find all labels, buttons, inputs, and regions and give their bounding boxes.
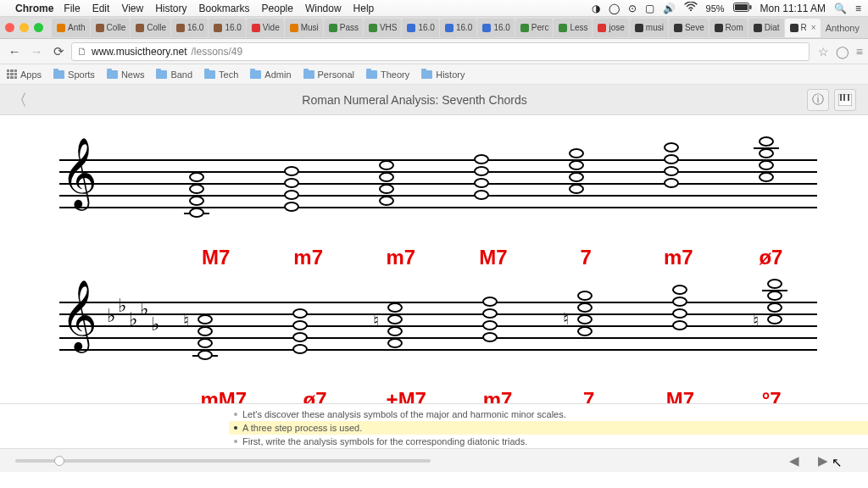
natural-icon: ♮ (563, 308, 569, 329)
tab[interactable]: 16.0 (440, 19, 476, 37)
extension-icon[interactable]: ◯ (836, 45, 849, 58)
transcript-line-active[interactable]: A three step process is used. (229, 421, 868, 435)
folder-icon (107, 70, 118, 79)
chord-labels-major: M7 m7 m7 M7 7 m7 ø7 (59, 246, 817, 269)
bookmark-folder[interactable]: Band (156, 69, 192, 80)
tab[interactable]: Musi (285, 19, 323, 37)
tab[interactable]: Pass (324, 19, 363, 37)
status-icon[interactable]: ◯ (609, 3, 620, 14)
tab[interactable]: Less (554, 19, 592, 37)
bookmark-folder[interactable]: History (421, 69, 465, 80)
app-name[interactable]: Chrome (15, 3, 53, 14)
tab[interactable]: Perc (515, 19, 554, 37)
lesson-header: 〈 Roman Numeral Analysis: Seventh Chords… (0, 85, 868, 115)
tab[interactable]: Seve (669, 19, 709, 37)
info-button[interactable]: ⓘ (807, 89, 829, 111)
flat-icon: ♭ (151, 313, 159, 336)
battery-icon[interactable] (733, 3, 752, 14)
tab[interactable]: Colle (91, 19, 131, 37)
tab[interactable]: 16.0 (171, 19, 208, 37)
chord-label: m7 (632, 246, 725, 269)
chord-label: 7 (540, 246, 632, 269)
svg-point-0 (690, 9, 692, 11)
menu-bookmarks[interactable]: Bookmarks (199, 3, 250, 14)
flat-icon: ♭ (140, 298, 148, 320)
progress-slider[interactable] (15, 459, 431, 463)
menu-window[interactable]: Window (305, 3, 342, 14)
tab-active[interactable]: R× (785, 19, 821, 37)
chord-label: M7 (447, 246, 539, 269)
bookmark-folder[interactable]: News (107, 69, 145, 80)
back-button[interactable]: ← (5, 42, 24, 61)
display-icon[interactable]: ▢ (645, 3, 654, 14)
menu-people[interactable]: People (262, 3, 293, 14)
minimize-window[interactable] (19, 23, 29, 32)
prev-button[interactable]: ◀ (784, 453, 804, 469)
lesson-content: 𝄞 M7 m7 m7 M7 7 m7 ø7 (0, 115, 868, 403)
tab[interactable]: 16.0 (477, 19, 514, 37)
menu-icon[interactable]: ≡ (855, 3, 861, 14)
maximize-window[interactable] (34, 23, 43, 32)
next-button[interactable]: ▶ (813, 453, 833, 469)
tab[interactable]: musi (630, 19, 668, 37)
menu-view[interactable]: View (121, 3, 143, 14)
tab[interactable]: Colle (131, 19, 170, 37)
progress-thumb[interactable] (54, 456, 64, 466)
clock[interactable]: Mon 11:11 AM (760, 3, 826, 14)
battery-status[interactable]: 95% (706, 3, 725, 14)
tab[interactable]: 16.0 (402, 19, 438, 37)
tab[interactable]: jose (593, 19, 628, 37)
url-path: /lessons/49 (191, 46, 242, 58)
status-icon[interactable]: ◑ (592, 3, 600, 14)
transcript[interactable]: Let's discover these analysis symbols of… (0, 403, 868, 448)
address-bar[interactable]: 🗋 www.musictheory.net/lessons/49 (71, 42, 810, 61)
volume-icon[interactable]: 🔊 (663, 3, 676, 14)
lesson-back-button[interactable]: 〈 (12, 90, 27, 110)
tab[interactable]: Anth (52, 19, 90, 37)
reload-button[interactable]: ⟳ (49, 42, 68, 61)
bookmark-folder[interactable]: Personal (303, 69, 354, 80)
tab[interactable]: VHS (364, 19, 402, 37)
piano-button[interactable] (834, 89, 856, 111)
bookmark-star-icon[interactable]: ☆ (818, 45, 829, 58)
menu-help[interactable]: Help (353, 3, 375, 14)
staff-major: 𝄞 (59, 132, 817, 225)
menu-file[interactable]: File (64, 3, 80, 14)
svg-rect-7 (848, 94, 849, 101)
chord-labels-minor: mM7 ø7 +M7 m7 7 M7 °7 (59, 388, 817, 403)
tab[interactable]: Rom (709, 19, 748, 37)
bookmark-folder[interactable]: Tech (204, 69, 238, 80)
chord-label: ø7 (270, 388, 361, 403)
page-icon: 🗋 (77, 46, 87, 58)
tab[interactable]: Vide (247, 19, 284, 37)
treble-clef-icon: 𝄞 (61, 285, 97, 346)
chord-label: °7 (726, 388, 817, 403)
menu-history[interactable]: History (155, 3, 186, 14)
apps-button[interactable]: Apps (7, 69, 42, 80)
wifi-icon[interactable] (684, 2, 698, 14)
folder-icon (53, 70, 64, 79)
spotlight-icon[interactable]: 🔍 (834, 3, 847, 14)
chrome-menu-icon[interactable]: ≡ (856, 45, 863, 58)
chord-label: ø7 (725, 246, 817, 269)
svg-rect-3 (749, 5, 751, 9)
tab[interactable]: Diat (748, 19, 784, 37)
menu-edit[interactable]: Edit (92, 3, 110, 14)
chord-label: M7 (635, 388, 726, 403)
bookmark-folder[interactable]: Admin (250, 69, 291, 80)
chord-label: m7 (354, 246, 447, 269)
folder-icon (303, 70, 314, 79)
transcript-line[interactable]: Let's discover these analysis symbols of… (229, 408, 868, 421)
treble-clef-icon: 𝄞 (61, 142, 97, 203)
flat-icon: ♭ (118, 295, 126, 317)
bookmark-folder[interactable]: Sports (53, 69, 95, 80)
bookmark-folder[interactable]: Theory (366, 69, 409, 80)
tab[interactable]: 16.0 (209, 19, 245, 37)
close-icon[interactable]: × (811, 23, 816, 32)
bookmarks-bar: Apps Sports News Band Tech Admin Persona… (0, 64, 868, 85)
profile-name[interactable]: Anthony (826, 23, 860, 33)
status-icon[interactable]: ⊙ (628, 3, 637, 14)
transcript-line[interactable]: First, write the analysis symbols for th… (229, 435, 868, 448)
close-window[interactable] (5, 23, 14, 32)
apps-icon (7, 69, 17, 80)
